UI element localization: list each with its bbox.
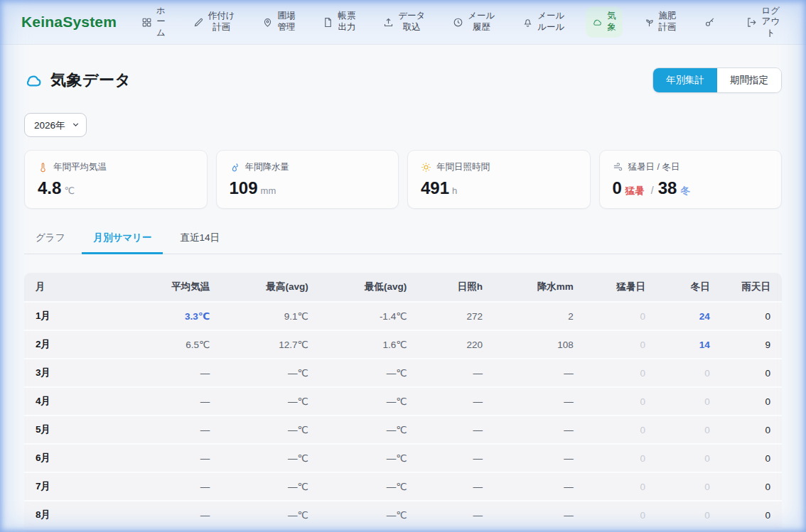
nav-item-fertilizer-plan[interactable]: 施肥 計画 [638,6,683,37]
nav-label: 帳票 出力 [338,11,355,33]
value-cell: 2 [494,302,585,330]
month-cell: 4月 [24,387,123,416]
value-cell: 0 [585,387,657,416]
nav-item-password-key[interactable] [698,13,726,32]
stat-label: 年間日照時間 [436,161,490,173]
value-cell: 0 [585,444,657,472]
month-cell: 1月 [24,302,123,330]
value-cell: 0 [585,501,657,529]
year-select[interactable]: 2026年 [24,113,87,137]
tab-recent-14days[interactable]: 直近14日 [168,226,231,254]
nav-item-data-import[interactable]: データ 取込 [377,6,431,37]
month-cell: 9月 [24,529,123,532]
value-cell: — [418,387,494,416]
stat-label: 猛暑日 / 冬日 [628,161,680,173]
nav-item-home[interactable]: ホ ー ム [135,1,172,43]
nav-item-field-management[interactable]: 圃場 管理 [256,6,301,37]
value-cell: — [494,444,585,472]
monthly-summary-table: 月 平均気温 最高(avg) 最低(avg) 日照h 降水mm 猛暑日 冬日 雨… [24,273,782,532]
monthly-summary-table-wrap: 月 平均気温 最高(avg) 最低(avg) 日照h 降水mm 猛暑日 冬日 雨… [24,273,782,532]
value-cell: —℃ [320,472,419,501]
value-cell: 0 [657,529,721,532]
cloud-title-icon [24,71,43,90]
stat-card-rainfall: 年間降水量 109mm [216,150,399,209]
history-icon [453,17,463,28]
value-cell: — [494,529,585,532]
tab-graph[interactable]: グラフ [24,226,76,254]
value-cell: — [494,501,585,529]
value-cell: 3.3℃ [123,302,222,330]
col-header-sunshine: 日照h [418,273,494,302]
period-select-button[interactable]: 期間指定 [717,68,781,92]
separator: / [651,185,654,196]
value-cell: —℃ [320,359,419,387]
table-row: 2月6.5℃12.7℃1.6℃2201080149 [24,330,782,359]
nav-item-logout[interactable]: ログ アウ ト [740,1,786,43]
nav-item-mail-history[interactable]: メール 履歴 [446,6,501,37]
key-icon [704,17,715,28]
value-cell: — [123,501,222,529]
pen-icon [193,17,204,28]
nav-item-weather[interactable]: 気 象 [586,6,623,37]
stat-unit: h [452,185,457,196]
month-cell: 7月 [24,472,123,501]
value-cell: 6.5℃ [123,330,222,359]
value-cell: 0 [721,302,782,330]
sun-icon [421,162,431,173]
map-pin-icon [262,17,273,28]
table-row: 8月——℃—℃——000 [24,501,782,529]
value-cell: — [123,387,222,416]
value-cell: — [418,472,494,501]
nav-item-report-output[interactable]: 帳票 出力 [316,6,362,37]
value-cell: —℃ [320,416,419,444]
value-cell: — [494,472,585,501]
year-select-wrap: 2026年 [24,113,87,137]
value-cell: 272 [418,302,494,330]
nav-label: メール 履歴 [468,11,495,33]
value-cell: — [418,444,494,472]
value-cell: — [123,444,222,472]
value-cell: 0 [721,359,782,387]
value-cell: 0 [585,472,657,501]
value-cell: 12.7℃ [221,330,320,359]
top-navbar: KeinaSystem ホ ー ム 作付け 計画 圃場 管理 帳票 出力 データ… [0,0,806,45]
value-cell: —℃ [320,501,419,529]
value-cell: —℃ [221,416,320,444]
value-cell: -1.4℃ [320,302,419,330]
nav-label: データ 取込 [398,11,425,33]
brand-logo[interactable]: KeinaSystem [21,13,117,31]
weather-table-body: 1月3.3℃9.1℃-1.4℃272202402月6.5℃12.7℃1.6℃22… [24,302,782,532]
nav-label: 施肥 計画 [659,11,677,33]
value-cell: — [418,359,494,387]
value-cell: 0 [721,444,782,472]
view-tabs: グラフ 月別サマリー 直近14日 [24,226,782,254]
table-header-row: 月 平均気温 最高(avg) 最低(avg) 日照h 降水mm 猛暑日 冬日 雨… [24,273,782,302]
value-cell: 0 [721,472,782,501]
thermometer-icon [38,162,48,173]
value-cell: — [123,529,222,532]
nav-label: 圃場 管理 [277,11,295,33]
sprout-icon [644,17,655,28]
wind-icon [613,162,623,173]
tab-monthly-summary[interactable]: 月別サマリー [82,226,163,254]
value-cell: 108 [494,330,585,359]
nav-label: ログ アウ ト [761,6,780,39]
value-cell: 1.6℃ [320,330,419,359]
bell-icon [522,17,533,28]
col-header-rainfall: 降水mm [494,273,585,302]
nav-item-planting-plan[interactable]: 作付け 計画 [187,6,242,37]
value-cell: 0 [657,416,721,444]
nav-item-mail-rules[interactable]: メール ルール [516,6,571,37]
table-row: 4月——℃—℃——000 [24,387,782,416]
value-cell: —℃ [320,529,419,532]
stat-card-sunshine: 年間日照時間 491h [407,150,591,209]
hot-days-label: 猛暑 [625,185,645,196]
value-cell: — [123,472,222,501]
col-header-min-avg: 最低(avg) [320,273,419,302]
col-header-max-avg: 最高(avg) [221,273,320,302]
yearly-aggregation-button[interactable]: 年別集計 [653,68,717,92]
value-cell: 0 [657,501,721,529]
stat-value: 491 [421,178,449,197]
value-cell: —℃ [221,444,320,472]
stat-card-extreme-days: 猛暑日 / 冬日 0猛暑/38冬 [599,150,783,209]
